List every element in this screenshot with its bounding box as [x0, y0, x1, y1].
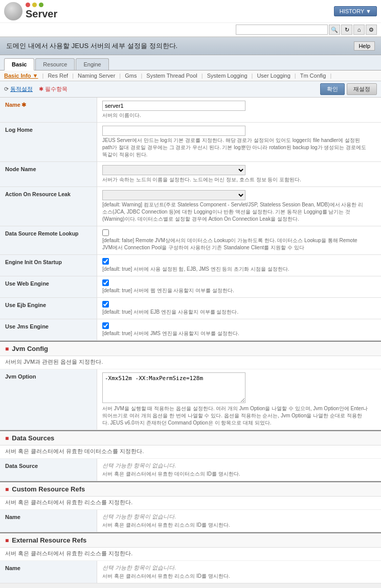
sub-nav: Basic Info ▼ | Res Ref | Naming Server |… — [0, 70, 381, 81]
server-icon — [4, 2, 23, 20]
use-web-engine-checkbox[interactable] — [102, 279, 109, 286]
search-button[interactable]: 🔍 — [329, 25, 340, 35]
custom-resource-refs-empty: 선택 가능한 항목이 없습니다. — [102, 513, 376, 521]
jvm-config-title: Jvm Config — [12, 345, 48, 352]
jvm-option-content: -Xmx512m -XX:MaxPermSize=128m 서버 JVM을 실행… — [97, 369, 381, 430]
dynamic-icon: ⟳ — [4, 86, 9, 92]
data-source-remote-lookup-row: Data Source Remote Lookup [default: fals… — [0, 226, 381, 255]
external-resource-refs-desc: 서버 혹은 클러스터에서 유효한 리소스를 지정한다. — [0, 548, 381, 561]
history-button[interactable]: HISTORY ▼ — [334, 6, 377, 16]
data-source-name-desc: 서버 혹은 클러스터에서 유효한 데이터소스의 ID를 명시한다. — [102, 471, 376, 478]
search-input[interactable] — [236, 25, 328, 35]
action-on-resource-leak-row: Action On Resource Leak [default: Warnin… — [0, 187, 381, 226]
jvm-config-icon: ■ — [5, 345, 9, 352]
subnav-systemthreadpool[interactable]: System Thread Pool — [146, 73, 197, 79]
jvm-config-desc: 서버의 JVM과 관련된 옵션을 지정한다. — [0, 356, 381, 369]
node-name-label: Node Name — [0, 162, 97, 186]
data-source-name-row: Data Source 선택 가능한 항목이 없습니다. 서버 혹은 클러스터에… — [0, 459, 381, 481]
log-home-content: JEUS Server에서 만드는 log의 기본 경로를 지정한다. 해당 경… — [97, 123, 381, 161]
home-button[interactable]: ⌂ — [353, 25, 365, 35]
data-source-name-content: 선택 가능한 항목이 없습니다. 서버 혹은 클러스터에서 유효한 데이터소스의… — [97, 459, 381, 481]
external-resource-refs-section-header: ■ External Resource Refs — [0, 532, 381, 548]
use-ejb-engine-label: Use Ejb Engine — [0, 298, 97, 319]
external-resource-refs-name-desc: 서버 혹은 클러스터에서 유효한 리소스의 ID를 명시한다. — [102, 573, 376, 580]
dot-red — [26, 3, 30, 7]
node-name-row: Node Name 서버가 속하는 노드의 이름을 설정한다. 노드에는 머신 … — [0, 162, 381, 187]
custom-resource-refs-name-desc: 서버 혹은 클러스터에서 유효한 리소스의 ID를 명시한다. — [102, 522, 376, 529]
data-source-remote-lookup-checkbox[interactable] — [102, 229, 109, 236]
subnav-resref[interactable]: Res Ref — [48, 73, 68, 79]
use-jms-engine-content: [default: true] 서버에 JMS 엔진을 사용할지 여부를 설정한… — [97, 319, 381, 340]
data-sources-title: Data Sources — [12, 434, 54, 442]
subnav-basicinfo[interactable]: Basic Info ▼ — [4, 73, 38, 79]
confirm-button[interactable]: 확인 — [320, 83, 345, 95]
external-resource-refs-name-content: 선택 가능한 항목이 없습니다. 서버 혹은 클러스터에서 유효한 리소스의 I… — [97, 561, 381, 583]
reset-button[interactable]: 재설정 — [347, 83, 377, 95]
tab-engine[interactable]: Engine — [76, 58, 108, 70]
external-resource-refs-name-row: Name 선택 가능한 항목이 없습니다. 서버 혹은 클러스터에서 유효한 리… — [0, 561, 381, 583]
settings-button[interactable]: ⚙ — [366, 25, 377, 35]
dot-green — [39, 3, 43, 7]
data-source-remote-lookup-content: [default: false] Remote JVM상에서의 데이터소스 Lo… — [97, 226, 381, 254]
required-icon: ✱ — [39, 86, 43, 92]
use-ejb-engine-row: Use Ejb Engine [default: true] 서버에 EJB 엔… — [0, 298, 381, 319]
engine-init-on-startup-content: [default: true] 서버에 사용 설정된 험, EJB, JMS 엔… — [97, 255, 381, 276]
use-jms-engine-row: Use Jms Engine [default: true] 서버에 JMS 엔… — [0, 319, 381, 341]
custom-resource-refs-name-row: Name 선택 가능한 항목이 없습니다. 서버 혹은 클러스터에서 유효한 리… — [0, 510, 381, 532]
use-jms-engine-label: Use Jms Engine — [0, 319, 97, 340]
subnav-systemlogging[interactable]: System Logging — [207, 73, 248, 79]
node-name-desc: 서버가 속하는 노드의 이름을 설정한다. 노드에는 머신 정보, 호스트 정보… — [102, 176, 376, 183]
name-row: Name ✱ 서버의 이름이다. — [0, 98, 381, 123]
use-web-engine-label: Use Web Engine — [0, 276, 97, 297]
jvm-option-desc: 서버 JVM을 실행할 때 적용하는 옵션을 설정한다. 여러 개의 Jvm O… — [102, 405, 368, 427]
description-bar: 도메인 내에서 사용할 JEUS 서버의 세부 설정을 정의한다. Help — [0, 37, 381, 55]
external-resource-refs-name-label: Name — [0, 561, 97, 583]
refresh-button[interactable]: ↻ — [341, 25, 352, 35]
use-jms-engine-checkbox[interactable] — [102, 322, 109, 329]
use-web-engine-desc: [default: true] 서버에 웹 엔진을 사용할지 여부를 설정한다. — [102, 287, 376, 294]
name-desc: 서버의 이름이다. — [102, 112, 376, 119]
action-bar: ⟳ 동적설정 ✱ 필수항목 확인 재설정 — [0, 81, 381, 98]
use-ejb-engine-checkbox[interactable] — [102, 301, 109, 308]
data-source-name-label: Data Source — [0, 459, 97, 481]
name-input[interactable] — [102, 101, 245, 111]
tab-resource[interactable]: Resource — [35, 58, 75, 70]
engine-init-on-startup-row: Engine Init On Startup [default: true] 서… — [0, 255, 381, 276]
action-on-resource-leak-select[interactable] — [102, 190, 245, 200]
log-home-label: Log Home — [0, 123, 97, 161]
data-source-remote-lookup-desc: [default: false] Remote JVM상에서의 데이터소스 Lo… — [102, 237, 368, 251]
dynamic-setting[interactable]: ⟳ 동적설정 — [4, 85, 33, 93]
engine-init-on-startup-label: Engine Init On Startup — [0, 255, 97, 276]
subnav-gms[interactable]: Gms — [125, 73, 137, 79]
engine-init-on-startup-checkbox[interactable] — [102, 258, 109, 265]
jvm-option-textarea[interactable]: -Xmx512m -XX:MaxPermSize=128m — [102, 372, 245, 403]
action-on-resource-leak-content: [default: Warning] 컴포넌트(주로 Stateless Com… — [97, 187, 381, 226]
log-home-desc: JEUS Server에서 만드는 log의 기본 경로를 지정한다. 해당 경… — [102, 137, 368, 158]
tab-basic[interactable]: Basic — [4, 58, 34, 70]
custom-resource-refs-section-header: ■ Custom Resource Refs — [0, 481, 381, 497]
dot-yellow — [32, 3, 37, 7]
subnav-userlogging[interactable]: User Logging — [257, 73, 290, 79]
log-home-input[interactable] — [102, 126, 245, 136]
custom-resource-refs-title: Custom Resource Refs — [12, 485, 85, 493]
data-sources-section-header: ■ Data Sources — [0, 430, 381, 445]
log-home-row: Log Home JEUS Server에서 만드는 log의 기본 경로를 지… — [0, 123, 381, 162]
subnav-namingserver[interactable]: Naming Server — [78, 73, 115, 79]
description-text: 도메인 내에서 사용할 JEUS 서버의 세부 설정을 정의한다. — [6, 41, 177, 51]
subnav-tmconfig[interactable]: Tm Config — [300, 73, 326, 79]
external-resource-refs-icon: ■ — [5, 537, 9, 544]
use-ejb-engine-content: [default: true] 서버에 EJB 엔진을 사용할지 여부를 설정한… — [97, 298, 381, 319]
use-ejb-engine-desc: [default: true] 서버에 EJB 엔진을 사용할지 여부를 설정한… — [102, 309, 376, 316]
help-button[interactable]: Help — [354, 41, 375, 51]
name-content: 서버의 이름이다. — [97, 98, 381, 122]
custom-resource-refs-desc: 서버 혹은 클러스터에서 유효한 리소스를 지정한다. — [0, 497, 381, 510]
action-on-resource-leak-desc: [default: Warning] 컴포넌트(주로 Stateless Com… — [102, 201, 368, 223]
external-resource-refs-empty: 선택 가능한 항목이 없습니다. — [102, 564, 376, 572]
engine-init-on-startup-desc: [default: true] 서버에 사용 설정된 험, EJB, JMS 엔… — [102, 266, 376, 273]
data-source-remote-lookup-label: Data Source Remote Lookup — [0, 226, 97, 254]
required-items[interactable]: ✱ 필수항목 — [39, 85, 68, 93]
use-web-engine-content: [default: true] 서버에 웹 엔진을 사용할지 여부를 설정한다. — [97, 276, 381, 297]
external-resource-refs-title: External Resource Refs — [12, 536, 86, 544]
jvm-option-label: Jvm Option — [0, 369, 97, 430]
node-name-select[interactable] — [102, 165, 245, 175]
